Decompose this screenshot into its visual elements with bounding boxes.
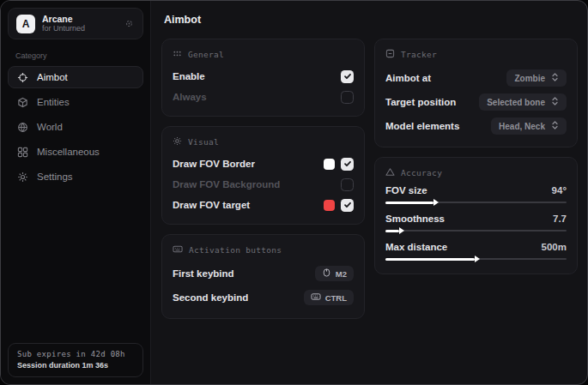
max-distance-slider[interactable]: [385, 255, 567, 264]
card-activation-buttons: Activation buttons First keybind M2: [161, 234, 365, 319]
main-panel: Aimbot General Enable: [151, 1, 588, 384]
setting-label: Aimbot at: [385, 73, 431, 83]
selected-value: Zombie: [514, 74, 545, 83]
setting-label: Model elements: [385, 121, 459, 131]
sidebar: A Arcane for Unturned Category Aimbot: [1, 1, 151, 384]
card-accuracy: Accuracy FOV size 94°: [374, 157, 578, 274]
keybind-value: M2: [336, 269, 347, 279]
crosshair-icon: [17, 72, 28, 83]
app-logo: A: [16, 15, 35, 33]
fov-size-value: 94°: [552, 185, 567, 196]
card-visual: Visual Draw FOV Border Draw FOV Backgrou…: [161, 126, 365, 225]
selected-value: Selected bone: [487, 98, 545, 107]
chevron-up-down-icon: [551, 97, 559, 107]
page-title: Aimbot: [164, 14, 578, 26]
setting-label: Always: [173, 92, 207, 102]
fov-border-color-swatch[interactable]: [324, 159, 335, 170]
fov-border-checkbox[interactable]: [341, 158, 354, 171]
slider-thumb[interactable]: [433, 199, 439, 206]
first-keybind-button[interactable]: M2: [315, 266, 354, 281]
triangle-icon: [385, 167, 395, 178]
setting-row-second-keybind: Second keybind CTRL: [173, 286, 354, 309]
smoothness-slider[interactable]: [385, 226, 567, 236]
setting-label: Enable: [173, 71, 205, 81]
app-title: Arcane: [42, 14, 85, 24]
setting-row-fov-border: Draw FOV Border: [173, 154, 354, 173]
setting-row-fov-target: Draw FOV target: [173, 196, 354, 214]
card-tracker: Tracker Aimbot at Zombie Target position: [374, 39, 578, 147]
sidebar-item-label: Settings: [37, 171, 73, 182]
keyboard-icon: [311, 292, 321, 303]
tracker-frame-icon: [385, 49, 395, 60]
sidebar-item-settings[interactable]: Settings: [8, 165, 143, 188]
setting-smoothness: Smoothness 7.7: [385, 214, 567, 236]
category-label: Category: [15, 51, 136, 60]
app-subtitle: for Unturned: [42, 24, 85, 33]
setting-label: Draw FOV target: [173, 200, 250, 210]
sidebar-item-label: World: [37, 122, 63, 132]
sidebar-item-label: Miscellaneous: [37, 147, 100, 157]
max-distance-value: 500m: [542, 242, 567, 252]
entities-cube-icon: [17, 97, 28, 108]
sidebar-item-aimbot[interactable]: Aimbot: [8, 66, 143, 88]
setting-label: Target position: [385, 97, 456, 107]
sidebar-item-miscellaneous[interactable]: Miscellaneous: [8, 141, 143, 163]
card-title: Visual: [188, 137, 219, 147]
sidebar-item-world[interactable]: World: [8, 116, 143, 138]
subscription-info: Sub expires in 42d 08h Session duration …: [8, 343, 143, 377]
second-keybind-button[interactable]: CTRL: [304, 290, 354, 305]
card-general: General Enable Always: [161, 39, 365, 117]
slider-thumb[interactable]: [475, 256, 480, 262]
fov-target-color-swatch[interactable]: [324, 200, 335, 211]
grid-icon: [17, 147, 28, 158]
general-grid-icon: [173, 49, 182, 60]
always-checkbox[interactable]: [341, 91, 354, 104]
session-duration-text: Session duration 1m 36s: [17, 361, 134, 370]
setting-fov-size: FOV size 94°: [385, 185, 567, 208]
visual-sun-icon: [173, 136, 182, 147]
setting-label: First keybind: [173, 268, 234, 279]
card-title: General: [188, 50, 224, 59]
setting-label: Max distance: [385, 242, 447, 252]
setting-label: Second keybind: [173, 292, 248, 303]
chevron-up-down-icon: [551, 73, 559, 83]
setting-label: Smoothness: [385, 214, 445, 224]
setting-label: Draw FOV Background: [173, 179, 280, 189]
setting-row-aimbot-at: Aimbot at Zombie: [385, 67, 567, 89]
keyboard-icon: [173, 244, 183, 256]
globe-icon: [17, 122, 28, 133]
logo-card: A Arcane for Unturned: [8, 8, 143, 39]
sidebar-item-label: Entities: [37, 97, 70, 107]
setting-label: FOV size: [385, 185, 427, 196]
setting-row-enable: Enable: [173, 67, 354, 86]
selected-value: Head, Neck: [499, 122, 545, 131]
aimbot-at-select[interactable]: Zombie: [506, 69, 567, 87]
chevron-up-down-icon: [551, 121, 559, 131]
slider-thumb[interactable]: [399, 227, 404, 234]
setting-row-fov-background: Draw FOV Background: [173, 175, 354, 194]
sub-expiry-text: Sub expires in 42d 08h: [17, 350, 134, 358]
setting-row-first-keybind: First keybind M2: [173, 262, 354, 285]
mouse-icon: [322, 268, 331, 279]
fov-target-checkbox[interactable]: [341, 199, 354, 212]
card-title: Accuracy: [401, 168, 442, 177]
smoothness-value: 7.7: [553, 214, 567, 224]
gear-icon: [17, 171, 28, 183]
setting-row-model-elements: Model elements Head, Neck: [385, 115, 567, 137]
setting-label: Draw FOV Border: [173, 159, 255, 169]
app-window: A Arcane for Unturned Category Aimbot: [0, 0, 588, 385]
target-position-select[interactable]: Selected bone: [479, 93, 567, 111]
card-title: Tracker: [401, 50, 437, 59]
card-title: Activation buttons: [189, 245, 282, 255]
fov-background-checkbox[interactable]: [341, 178, 354, 191]
setting-row-target-position: Target position Selected bone: [385, 91, 567, 113]
target-scan-icon[interactable]: [124, 18, 135, 29]
fov-size-slider[interactable]: [385, 198, 567, 208]
sidebar-item-entities[interactable]: Entities: [8, 91, 143, 113]
keybind-value: CTRL: [325, 293, 347, 303]
enable-checkbox[interactable]: [341, 70, 354, 83]
model-elements-select[interactable]: Head, Neck: [491, 117, 567, 135]
setting-max-distance: Max distance 500m: [385, 242, 567, 264]
sidebar-item-label: Aimbot: [37, 72, 68, 82]
setting-row-always: Always: [173, 87, 354, 106]
